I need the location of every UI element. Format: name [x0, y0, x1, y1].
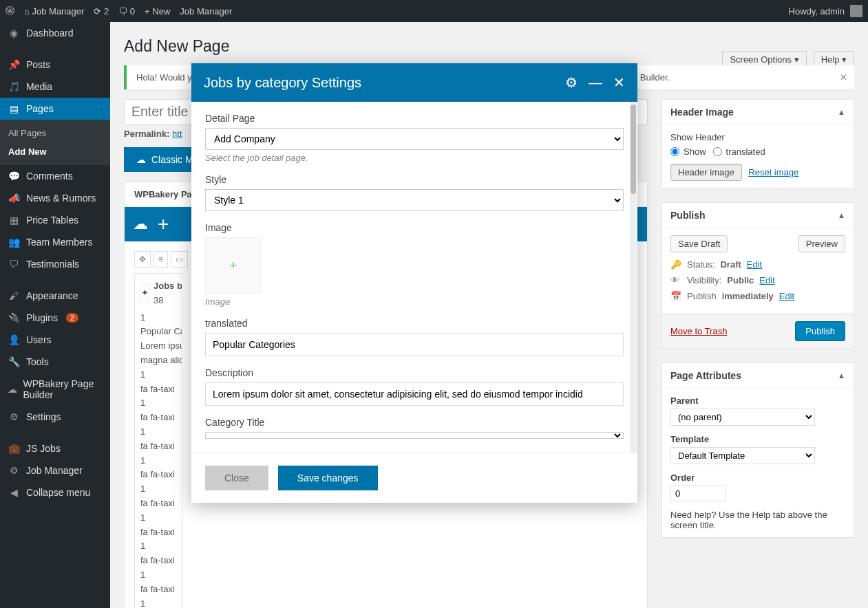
menu-dashboard[interactable]: ◉Dashboard: [0, 22, 110, 44]
menu-wpbakery[interactable]: ☁WPBakery Page Builder: [0, 373, 110, 406]
image-label: Image: [205, 222, 624, 233]
sliders-icon: ⚙: [7, 411, 21, 422]
modal-close-button[interactable]: Close: [205, 466, 268, 490]
box-toggle-icon[interactable]: ▲: [838, 108, 845, 116]
category-title-select[interactable]: [205, 432, 624, 439]
vc-element[interactable]: ✦ Jobs by category 38 1Popular Categorie…: [134, 273, 182, 608]
reset-image-link[interactable]: Reset image: [748, 167, 798, 177]
move-to-trash-link[interactable]: Move to Trash: [670, 326, 727, 336]
modal-gear-icon[interactable]: ⚙: [565, 74, 578, 91]
row-layout2-icon[interactable]: ▭: [171, 251, 188, 268]
show-radio[interactable]: [670, 147, 679, 156]
detail-page-select[interactable]: Add Company: [205, 128, 624, 150]
edit-visibility-link[interactable]: Edit: [759, 275, 774, 285]
image-help: Image: [205, 296, 624, 307]
menu-comments[interactable]: 💬Comments: [0, 165, 110, 187]
updates-link[interactable]: ⟳ 2: [94, 6, 109, 17]
briefcase-icon: 💼: [7, 443, 21, 454]
menu-appearance[interactable]: 🖌Appearance: [0, 285, 110, 307]
menu-media[interactable]: 🎵Media: [0, 76, 110, 98]
calendar-icon: 📅: [670, 291, 681, 301]
home-link[interactable]: ⌂ Job Manager: [24, 6, 84, 17]
pages-submenu: All Pages Add New: [0, 120, 110, 165]
style-label: Style: [205, 174, 624, 185]
menu-news[interactable]: 📣News & Rumors: [0, 187, 110, 209]
menu-team[interactable]: 👥Team Members: [0, 231, 110, 253]
settings-modal: Jobs by category Settings ⚙ — ✕ Detail P…: [191, 63, 637, 503]
edit-status-link[interactable]: Edit: [747, 259, 762, 270]
menu-price-tables[interactable]: ▦Price Tables: [0, 209, 110, 231]
modal-body: Detail Page Add Company Select the job d…: [191, 102, 637, 453]
preview-button[interactable]: Preview: [798, 235, 845, 252]
page-link[interactable]: Job Manager: [180, 6, 232, 17]
wp-logo-icon[interactable]: ⓦ: [6, 5, 14, 17]
brush-icon: 🖌: [7, 290, 21, 301]
vc-add-element-icon[interactable]: +: [158, 213, 169, 235]
header-image-button[interactable]: Header image: [670, 164, 742, 181]
modal-minimize-icon[interactable]: —: [589, 75, 602, 91]
menu-plugins[interactable]: 🔌Plugins2: [0, 307, 110, 329]
menu-testimonials[interactable]: 🗩Testimonials: [0, 253, 110, 275]
menu-jsjobs[interactable]: 💼JS Jobs: [0, 437, 110, 459]
modal-footer: Close Save changes: [191, 453, 637, 503]
cloud-icon: ☁: [7, 384, 18, 395]
menu-collapse[interactable]: ◀Collapse menu: [0, 481, 110, 503]
howdy-text[interactable]: Howdy, admin: [789, 6, 845, 17]
submenu-all-pages[interactable]: All Pages: [0, 124, 110, 142]
publish-button[interactable]: Publish: [795, 321, 845, 341]
classic-icon: ☁: [136, 154, 146, 165]
admin-menu: ◉Dashboard 📌Posts 🎵Media ▤Pages All Page…: [0, 22, 110, 608]
comments-link[interactable]: 🗨 0: [118, 6, 135, 17]
modal-close-icon[interactable]: ✕: [613, 74, 625, 91]
show-header-label: Show Header: [670, 132, 845, 142]
user-icon: 👤: [7, 334, 21, 345]
group-icon: 👥: [7, 237, 21, 248]
translated-radio[interactable]: [713, 147, 722, 156]
gear-icon: ⚙: [7, 465, 21, 476]
detail-page-help: Select the job detail page.: [205, 153, 624, 163]
save-draft-button[interactable]: Save Draft: [670, 235, 728, 252]
menu-posts[interactable]: 📌Posts: [0, 54, 110, 76]
template-select[interactable]: Default Template: [670, 447, 815, 464]
chevron-down-icon: ▾: [842, 54, 847, 65]
permalink-link[interactable]: htt: [172, 129, 182, 139]
order-input[interactable]: [670, 486, 726, 501]
testimonial-icon: 🗩: [7, 259, 21, 270]
media-icon: 🎵: [7, 81, 21, 92]
megaphone-icon: 📣: [7, 193, 21, 204]
row-layout-icon[interactable]: ≡: [154, 251, 168, 268]
menu-job-manager[interactable]: ⚙Job Manager: [0, 459, 110, 481]
vc-logo-icon: ☁: [133, 215, 148, 233]
new-link[interactable]: + New: [145, 6, 170, 17]
chevron-down-icon: ▾: [794, 54, 799, 65]
translated-input[interactable]: [205, 333, 624, 356]
box-toggle-icon[interactable]: ▲: [838, 211, 845, 219]
pin-icon: 📌: [7, 59, 21, 70]
plus-icon: +: [230, 259, 237, 273]
edit-date-link[interactable]: Edit: [779, 291, 794, 301]
page-icon: ▤: [7, 103, 21, 114]
dashboard-icon: ◉: [7, 28, 21, 39]
eye-icon: 👁: [670, 275, 681, 285]
image-add-button[interactable]: +: [205, 237, 262, 294]
row-move-icon[interactable]: ✥: [134, 251, 151, 268]
table-icon: ▦: [7, 215, 21, 226]
menu-users[interactable]: 👤Users: [0, 329, 110, 351]
avatar-icon[interactable]: [850, 5, 862, 17]
box-toggle-icon[interactable]: ▲: [838, 371, 845, 380]
publish-box: Publish▲ Save Draft Preview 🔑Status: Dra…: [661, 202, 854, 349]
submenu-add-new[interactable]: Add New: [0, 142, 110, 161]
plugin-icon: 🔌: [7, 312, 21, 323]
detail-page-label: Detail Page: [205, 113, 624, 124]
modal-scrollbar[interactable]: [631, 105, 636, 194]
parent-select[interactable]: (no parent): [670, 409, 815, 426]
collapse-icon: ◀: [7, 487, 21, 498]
style-select[interactable]: Style 1: [205, 189, 624, 211]
category-title-label: Category Title: [205, 417, 624, 428]
dismiss-notice-icon[interactable]: ✕: [840, 72, 847, 83]
description-input[interactable]: [205, 382, 624, 406]
modal-save-button[interactable]: Save changes: [278, 466, 378, 490]
menu-pages[interactable]: ▤Pages: [0, 98, 110, 120]
menu-settings[interactable]: ⚙Settings: [0, 406, 110, 428]
menu-tools[interactable]: 🔧Tools: [0, 351, 110, 373]
